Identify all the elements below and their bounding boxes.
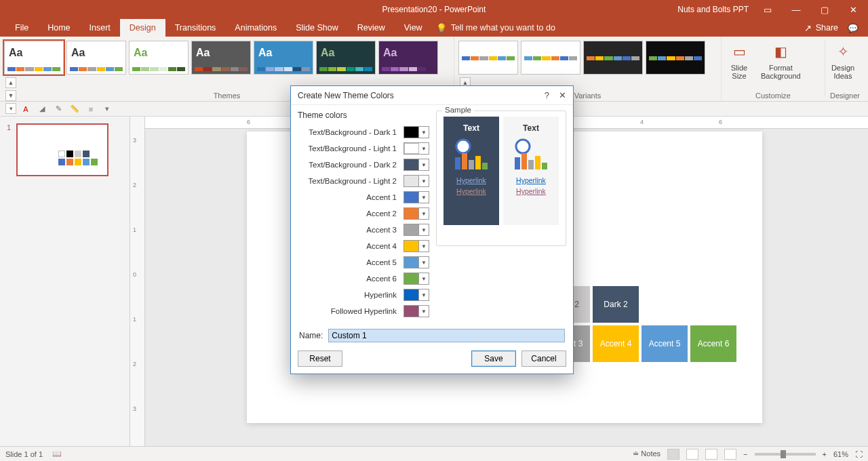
vertical-ruler: 3210123 xyxy=(130,117,145,446)
account-name[interactable]: Nuts and Bolts PPT xyxy=(677,5,749,14)
svg-point-6 xyxy=(516,140,530,153)
sample-followed-dark: Hyperlink xyxy=(456,187,486,195)
zoom-slider[interactable] xyxy=(755,453,816,456)
theme-color-label: Accent 4 xyxy=(298,242,403,250)
sample-panel: Sample Text Hyperlink Hyperlink xyxy=(436,111,566,246)
dialog-close-icon[interactable]: ✕ xyxy=(559,90,566,100)
theme-color-picker-0[interactable]: ▼ xyxy=(403,126,429,138)
reset-button[interactable]: Reset xyxy=(298,350,342,367)
theme-thumb-1[interactable]: Aa xyxy=(66,41,126,75)
close-icon[interactable]: ✕ xyxy=(844,5,863,15)
group-label-designer: Designer xyxy=(825,92,865,100)
slide-thumbnail-panel[interactable]: 1 xyxy=(0,117,130,446)
zoom-out-button[interactable]: − xyxy=(743,450,747,458)
sample-hyperlink-dark: Hyperlink xyxy=(456,176,486,184)
tab-review[interactable]: Review xyxy=(348,19,395,37)
theme-thumb-4[interactable]: Aa xyxy=(254,41,313,75)
spellcheck-icon[interactable]: 📖 xyxy=(52,449,62,458)
theme-colors-panel: Theme colors Text/Background - Dark 1▼Te… xyxy=(298,111,429,325)
svg-rect-5 xyxy=(482,163,488,169)
variant-thumb-0[interactable] xyxy=(458,41,518,75)
tab-design[interactable]: Design xyxy=(120,19,165,37)
save-button[interactable]: Save xyxy=(471,350,516,367)
theme-thumb-2[interactable]: Aa xyxy=(129,41,189,75)
variant-thumb-2[interactable] xyxy=(583,41,643,75)
tab-insert[interactable]: Insert xyxy=(80,19,120,37)
sample-dark-preview: Text Hyperlink Hyperlink xyxy=(443,117,499,225)
tab-view[interactable]: View xyxy=(395,19,432,37)
theme-color-picker-11[interactable]: ▼ xyxy=(403,305,429,317)
tab-transitions[interactable]: Transitions xyxy=(165,19,226,37)
svg-rect-2 xyxy=(462,153,467,169)
theme-thumb-6[interactable]: Aa xyxy=(378,41,438,75)
zoom-in-button[interactable]: + xyxy=(823,450,827,458)
theme-color-picker-8[interactable]: ▼ xyxy=(403,256,429,268)
theme-color-picker-4[interactable]: ▼ xyxy=(403,191,429,203)
tell-me-search[interactable]: 💡 Tell me what you want to do xyxy=(436,19,555,37)
theme-color-label: Accent 2 xyxy=(298,209,403,218)
share-icon: ↗ xyxy=(804,23,812,33)
svg-rect-10 xyxy=(535,156,540,169)
themes-scroll-0[interactable]: ▲ xyxy=(5,77,16,88)
theme-thumb-3[interactable]: Aa xyxy=(191,41,251,75)
view-sorter-icon[interactable] xyxy=(686,449,698,460)
tell-me-placeholder: Tell me what you want to do xyxy=(451,23,555,33)
sample-hyperlink-light: Hyperlink xyxy=(516,176,546,184)
theme-color-picker-6[interactable]: ▼ xyxy=(403,224,429,236)
notes-toggle[interactable]: ≐ Notes xyxy=(633,449,660,458)
tab-animations[interactable]: Animations xyxy=(225,19,286,37)
svg-rect-9 xyxy=(528,160,534,169)
dialog-titlebar[interactable]: Create New Theme Colors ? ✕ xyxy=(291,86,573,105)
tab-slideshow[interactable]: Slide Show xyxy=(286,19,348,37)
theme-color-picker-10[interactable]: ▼ xyxy=(403,289,429,301)
svg-rect-1 xyxy=(455,157,460,169)
swatch-dark2: Dark 2 xyxy=(593,286,639,323)
theme-color-row-10: Hyperlink▼ xyxy=(298,287,429,303)
theme-color-picker-1[interactable]: ▼ xyxy=(403,142,429,155)
slide-thumbnail-1[interactable] xyxy=(16,123,108,176)
comments-icon[interactable]: 💬 xyxy=(848,23,859,33)
fit-to-window-icon[interactable]: ⛶ xyxy=(855,450,863,458)
view-normal-icon[interactable] xyxy=(667,449,679,460)
variant-thumb-1[interactable] xyxy=(521,41,580,75)
group-label-customize: Customize xyxy=(722,92,825,100)
theme-thumb-0[interactable]: Aa xyxy=(4,41,64,75)
theme-color-row-6: Accent 3▼ xyxy=(298,222,429,238)
share-button[interactable]: ↗ Share xyxy=(804,23,838,33)
sample-followed-light: Hyperlink xyxy=(516,187,546,195)
view-slideshow-icon[interactable] xyxy=(724,449,736,460)
svg-rect-7 xyxy=(515,157,520,169)
slide-counter[interactable]: Slide 1 of 1 xyxy=(5,450,43,458)
variant-thumb-3[interactable] xyxy=(646,41,705,75)
zoom-level[interactable]: 61% xyxy=(833,450,848,458)
maximize-icon[interactable]: ▢ xyxy=(815,5,834,15)
theme-name-input[interactable] xyxy=(328,329,565,342)
ribbon-display-options-icon[interactable]: ▭ xyxy=(758,5,777,15)
theme-color-label: Accent 5 xyxy=(298,258,403,266)
dialog-help-icon[interactable]: ? xyxy=(545,90,549,100)
theme-color-picker-2[interactable]: ▼ xyxy=(403,159,429,171)
design-ideas-label: Design Ideas xyxy=(831,64,854,80)
tab-home[interactable]: Home xyxy=(38,19,79,37)
theme-thumb-5[interactable]: Aa xyxy=(316,41,376,75)
theme-color-picker-9[interactable]: ▼ xyxy=(403,273,429,285)
theme-color-row-7: Accent 4▼ xyxy=(298,238,429,254)
theme-color-row-2: Text/Background - Dark 2▼ xyxy=(298,157,429,173)
design-ideas-icon: ✧ xyxy=(832,41,854,62)
designer-group: ✧ Design Ideas Designer xyxy=(825,37,865,101)
customize-group: ▭ Slide Size ◧ Format Background Customi… xyxy=(722,37,825,101)
slide-size-icon: ▭ xyxy=(728,41,750,62)
minimize-icon[interactable]: — xyxy=(787,5,806,15)
cancel-button[interactable]: Cancel xyxy=(521,350,566,367)
view-reading-icon[interactable] xyxy=(705,449,717,460)
sample-dark-text: Text xyxy=(463,123,479,133)
theme-color-picker-5[interactable]: ▼ xyxy=(403,207,429,220)
format-background-label: Format Background xyxy=(761,64,801,80)
tab-file[interactable]: File xyxy=(5,19,38,37)
theme-color-picker-3[interactable]: ▼ xyxy=(403,175,429,187)
themes-scroll-2[interactable]: ▾ xyxy=(5,103,16,114)
lightbulb-icon: 💡 xyxy=(436,23,447,33)
sample-light-preview: Text Hyperlink Hyperlink xyxy=(503,117,559,225)
theme-color-picker-7[interactable]: ▼ xyxy=(403,240,429,252)
theme-color-row-4: Accent 1▼ xyxy=(298,189,429,205)
